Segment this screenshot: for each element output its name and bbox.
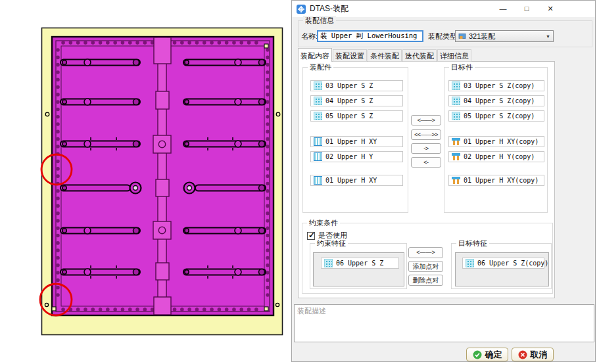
chevron-down-icon: ▼ bbox=[546, 34, 550, 39]
list-item[interactable]: 01 Upper H XY bbox=[310, 136, 403, 147]
constraint-feature-group: 约束特征 06 Upper S Z bbox=[310, 243, 407, 289]
maximize-button[interactable]: □ bbox=[517, 1, 537, 17]
surface-feature-icon bbox=[452, 81, 460, 90]
hole-feature-icon bbox=[314, 176, 322, 185]
pin-feature-icon bbox=[452, 137, 460, 146]
target-feature-group: 目标特征 06 Upper S Z(copy) bbox=[451, 243, 552, 289]
list-item[interactable]: 02 Upper H Y bbox=[310, 151, 403, 162]
list-item[interactable]: 05 Upper S Z bbox=[310, 110, 403, 122]
tab-condition-assembly[interactable]: 条件装配 bbox=[368, 49, 402, 62]
window-title: DTAS-装配 bbox=[310, 3, 348, 14]
list-item[interactable]: 06 Upper S Z bbox=[321, 258, 399, 269]
title-bar[interactable]: DTAS-装配 — □ ✕ bbox=[292, 1, 595, 17]
tab-detail-info[interactable]: 详细信息 bbox=[437, 49, 471, 62]
delete-point-pair-button[interactable]: 删除点对 bbox=[408, 275, 443, 286]
cancel-x-icon bbox=[518, 350, 527, 359]
tab-assembly-content[interactable]: 装配内容 bbox=[298, 48, 332, 62]
surface-feature-icon bbox=[314, 81, 322, 90]
cancel-button[interactable]: 取消 bbox=[512, 348, 554, 361]
link-all-button[interactable]: <<——>> bbox=[411, 129, 441, 140]
list-item[interactable]: 03 Upper S Z(copy) bbox=[448, 80, 544, 91]
pair-link-button[interactable]: <——> bbox=[408, 247, 443, 258]
surface-feature-icon bbox=[324, 259, 333, 267]
surface-feature-icon bbox=[452, 97, 460, 105]
hole-feature-icon bbox=[314, 152, 322, 161]
app-icon bbox=[297, 5, 306, 14]
surface-feature-icon bbox=[314, 97, 322, 105]
surface-feature-icon bbox=[314, 112, 322, 120]
constraint-group: 约束条件 是否使用 约束特征 06 Upper S Z <——> 添加点对 删除… bbox=[302, 223, 553, 294]
target-feature-panel: 06 Upper S Z(copy) bbox=[455, 252, 549, 286]
target-feature-label: 目标特征 bbox=[456, 239, 489, 248]
list-item[interactable]: 04 Upper S Z bbox=[310, 95, 403, 106]
pin-feature-icon bbox=[452, 152, 460, 161]
assembly-type-label: 装配类型: bbox=[428, 32, 459, 41]
name-label: 名称: bbox=[301, 32, 318, 41]
close-button[interactable]: ✕ bbox=[540, 1, 560, 17]
surface-feature-icon bbox=[466, 259, 474, 267]
list-item[interactable]: 06 Upper S Z(copy) bbox=[462, 258, 544, 269]
list-item[interactable]: 01 Upper H XY(copy) bbox=[448, 136, 544, 147]
minimize-button[interactable]: — bbox=[493, 1, 513, 17]
ok-check-icon bbox=[473, 350, 482, 359]
target-parts-label: 目标件 bbox=[449, 62, 475, 72]
assembly-info-group: 装配信息 名称: 装配类型: 321装配 ▼ bbox=[298, 20, 592, 47]
assembly-info-label: 装配信息 bbox=[303, 16, 336, 26]
list-item[interactable]: 01 Upper H XY bbox=[310, 175, 403, 186]
hole-feature-icon bbox=[314, 137, 322, 146]
assembly-type-icon bbox=[458, 32, 466, 40]
move-left-button[interactable]: <- bbox=[411, 157, 441, 168]
assembly-type-value: 321装配 bbox=[469, 32, 495, 41]
tab-strip: 装配内容 装配设置 条件装配 迭代装配 详细信息 bbox=[298, 49, 561, 62]
constraint-group-label: 约束条件 bbox=[307, 218, 340, 228]
constraint-feature-label: 约束特征 bbox=[315, 239, 348, 248]
assembly-description-textarea[interactable] bbox=[294, 304, 594, 342]
assembly-name-input[interactable] bbox=[317, 30, 423, 42]
add-point-pair-button[interactable]: 添加点对 bbox=[408, 261, 443, 272]
cad-viewport[interactable] bbox=[0, 0, 291, 364]
list-item[interactable]: 02 Upper H Y(copy) bbox=[448, 151, 544, 162]
tab-assembly-settings[interactable]: 装配设置 bbox=[333, 49, 367, 62]
link-pair-button[interactable]: <——> bbox=[411, 115, 441, 125]
list-item[interactable]: 03 Upper S Z bbox=[310, 80, 403, 91]
assembly-type-combobox[interactable]: 321装配 ▼ bbox=[455, 30, 554, 42]
assembly-3d-view bbox=[0, 0, 291, 364]
ok-button[interactable]: 确定 bbox=[466, 348, 508, 361]
list-item[interactable]: 05 Upper S Z(copy) bbox=[448, 110, 544, 122]
constraint-feature-panel: 06 Upper S Z bbox=[313, 252, 404, 286]
use-constraint-checkbox[interactable] bbox=[307, 232, 315, 240]
tab-iterative-assembly[interactable]: 迭代装配 bbox=[402, 49, 437, 62]
move-right-button[interactable]: -> bbox=[411, 143, 441, 154]
source-parts-label: 装配件 bbox=[308, 62, 333, 72]
assembly-content-page: 装配件 03 Upper S Z 04 Upper S Z 05 Upper S… bbox=[298, 61, 555, 298]
surface-feature-icon bbox=[452, 112, 460, 120]
dtas-assembly-dialog: DTAS-装配 — □ ✕ 装配信息 名称: 装配类型: 321装配 ▼ 装配内… bbox=[291, 0, 596, 362]
list-item[interactable]: 01 Upper H XY(copy) bbox=[448, 175, 544, 186]
list-item[interactable]: 04 Upper S Z(copy) bbox=[448, 95, 544, 106]
pin-feature-icon bbox=[452, 176, 460, 185]
